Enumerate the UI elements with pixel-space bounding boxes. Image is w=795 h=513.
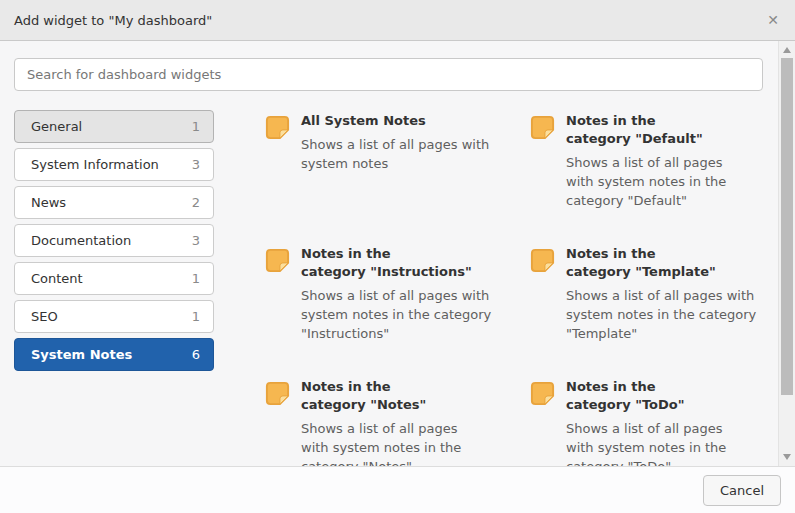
sticky-note-icon bbox=[264, 114, 291, 141]
scrollbar-thumb[interactable] bbox=[781, 58, 793, 395]
dialog-body: General 1 System Information 3 News 2 Do… bbox=[0, 41, 795, 466]
category-label: General bbox=[31, 119, 82, 134]
widget-card-text: Notes in the category "Template" Shows a… bbox=[566, 245, 778, 343]
scroll-up-arrow-icon[interactable] bbox=[783, 47, 791, 53]
category-count-badge: 1 bbox=[192, 119, 200, 134]
sticky-note-icon bbox=[264, 380, 291, 407]
category-count-badge: 3 bbox=[192, 233, 200, 248]
body-row: General 1 System Information 3 News 2 Do… bbox=[0, 110, 778, 466]
widget-list: All System Notes Shows a list of all pag… bbox=[264, 112, 778, 466]
widget-card-notes-instructions[interactable]: Notes in the category "Instructions" Sho… bbox=[264, 245, 529, 378]
category-label: SEO bbox=[31, 309, 58, 324]
sticky-note-icon bbox=[529, 380, 556, 407]
widget-card-notes-notes[interactable]: Notes in the category "Notes" Shows a li… bbox=[264, 378, 529, 466]
widget-title: Notes in the category "Template" bbox=[566, 245, 778, 281]
category-label: News bbox=[31, 195, 66, 210]
sidebar-item-content[interactable]: Content 1 bbox=[14, 262, 214, 295]
widget-title: All System Notes bbox=[301, 112, 529, 130]
scroll-viewport: General 1 System Information 3 News 2 Do… bbox=[0, 41, 778, 466]
category-label: System Notes bbox=[31, 347, 132, 362]
category-count-badge: 1 bbox=[192, 271, 200, 286]
category-sidebar: General 1 System Information 3 News 2 Do… bbox=[14, 110, 214, 376]
close-icon[interactable]: ✕ bbox=[767, 13, 779, 27]
sidebar-item-system-information[interactable]: System Information 3 bbox=[14, 148, 214, 181]
vertical-scrollbar bbox=[778, 41, 795, 466]
widget-description: Shows a list of all pages with system no… bbox=[301, 135, 508, 173]
widget-description: Shows a list of all pages with system no… bbox=[566, 419, 746, 466]
cancel-button[interactable]: Cancel bbox=[703, 475, 781, 506]
widget-title: Notes in the category "ToDo" bbox=[566, 378, 778, 414]
sticky-note-icon bbox=[264, 247, 291, 274]
widget-title: Notes in the category "Notes" bbox=[301, 378, 529, 414]
sidebar-item-seo[interactable]: SEO 1 bbox=[14, 300, 214, 333]
widget-card-notes-default[interactable]: Notes in the category "Default" Shows a … bbox=[529, 112, 778, 245]
category-count-badge: 3 bbox=[192, 157, 200, 172]
category-label: System Information bbox=[31, 157, 159, 172]
sidebar-item-general[interactable]: General 1 bbox=[14, 110, 214, 143]
widget-card-notes-template[interactable]: Notes in the category "Template" Shows a… bbox=[529, 245, 778, 378]
category-count-badge: 6 bbox=[192, 347, 200, 362]
scroll-down-arrow-icon[interactable] bbox=[783, 454, 791, 460]
sidebar-item-documentation[interactable]: Documentation 3 bbox=[14, 224, 214, 257]
widget-description: Shows a list of all pages with system no… bbox=[566, 153, 746, 210]
category-label: Content bbox=[31, 271, 83, 286]
widget-title: Notes in the category "Instructions" bbox=[301, 245, 529, 281]
sticky-note-icon bbox=[529, 114, 556, 141]
add-widget-dialog: Add widget to "My dashboard" ✕ General 1… bbox=[0, 0, 795, 513]
sidebar-item-news[interactable]: News 2 bbox=[14, 186, 214, 219]
widget-description: Shows a list of all pages with system no… bbox=[566, 286, 773, 343]
dialog-footer: Cancel bbox=[0, 466, 795, 513]
category-count-badge: 2 bbox=[192, 195, 200, 210]
widget-card-all-system-notes[interactable]: All System Notes Shows a list of all pag… bbox=[264, 112, 529, 245]
widget-card-text: All System Notes Shows a list of all pag… bbox=[301, 112, 529, 173]
widget-description: Shows a list of all pages with system no… bbox=[301, 286, 508, 343]
widget-card-text: Notes in the category "Notes" Shows a li… bbox=[301, 378, 529, 466]
widget-description: Shows a list of all pages with system no… bbox=[301, 419, 481, 466]
sticky-note-icon bbox=[529, 247, 556, 274]
category-count-badge: 1 bbox=[192, 309, 200, 324]
widget-card-text: Notes in the category "Instructions" Sho… bbox=[301, 245, 529, 343]
widget-card-text: Notes in the category "ToDo" Shows a lis… bbox=[566, 378, 778, 466]
dialog-title: Add widget to "My dashboard" bbox=[14, 13, 212, 28]
widget-title: Notes in the category "Default" bbox=[566, 112, 778, 148]
search-input[interactable] bbox=[14, 58, 763, 91]
dialog-header: Add widget to "My dashboard" ✕ bbox=[0, 0, 795, 41]
widget-card-notes-todo[interactable]: Notes in the category "ToDo" Shows a lis… bbox=[529, 378, 778, 466]
widget-card-text: Notes in the category "Default" Shows a … bbox=[566, 112, 778, 210]
sidebar-item-system-notes[interactable]: System Notes 6 bbox=[14, 338, 214, 371]
category-label: Documentation bbox=[31, 233, 131, 248]
